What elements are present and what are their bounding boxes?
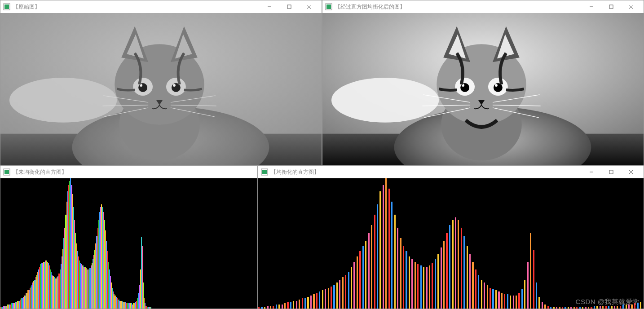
maximize-button[interactable] [601,166,621,178]
window-original-image: 【原始图】 [0,0,322,165]
app-icon [261,168,268,176]
svg-rect-51 [262,170,267,174]
maximize-button[interactable] [279,0,299,13]
svg-rect-1 [4,4,9,9]
window-title: 【经过直方图均衡化后的图】 [335,3,405,11]
svg-rect-25 [326,4,331,9]
histogram-unbalanced [0,178,257,309]
minimize-button[interactable] [582,166,601,178]
close-button[interactable] [299,0,319,13]
titlebar[interactable]: 【原始图】 [0,0,322,13]
titlebar[interactable]: 【未均衡化的直方图】 [0,166,257,178]
minimize-button[interactable] [260,0,279,13]
svg-point-17 [173,84,176,87]
titlebar[interactable]: 【均衡化的直方图】 [258,166,644,178]
close-button[interactable] [621,166,641,178]
histogram-bars [0,178,257,309]
app-icon [3,3,10,10]
window-histogram-balanced: 【均衡化的直方图】 [258,165,644,309]
maximize-button[interactable] [601,0,621,13]
histogram-balanced [258,178,644,309]
app-icon [325,3,332,10]
svg-point-41 [495,84,498,87]
svg-rect-27 [609,5,613,9]
svg-rect-49 [4,170,9,174]
window-title: 【未均衡化的直方图】 [13,168,67,176]
app-icon [3,168,10,176]
image-content-equalized [322,13,644,165]
image-content-original [0,13,322,165]
svg-rect-53 [609,170,613,174]
close-button[interactable] [621,0,641,13]
histogram-bars [258,178,644,309]
svg-rect-3 [287,5,291,9]
svg-point-32 [331,78,439,123]
titlebar[interactable]: 【经过直方图均衡化后的图】 [322,0,644,13]
watermark: CSDN @我菜就爱学 [576,298,640,306]
minimize-button[interactable] [582,0,601,13]
window-histogram-unbalanced: 【未均衡化的直方图】 [0,165,258,309]
svg-point-8 [9,78,117,123]
window-equalized-image: 【经过直方图均衡化后的图】 [322,0,644,165]
window-title: 【均衡化的直方图】 [271,168,319,176]
window-title: 【原始图】 [13,3,40,11]
